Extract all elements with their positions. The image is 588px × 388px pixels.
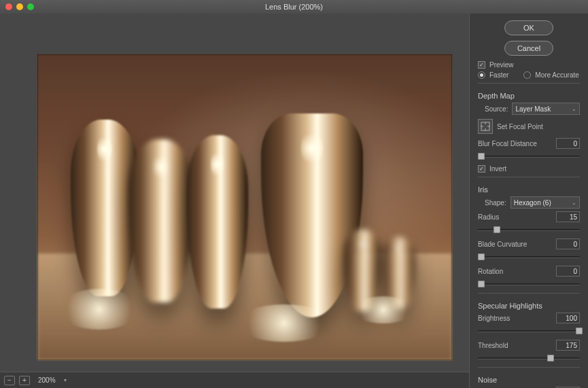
window-controls xyxy=(0,3,34,10)
focal-distance-label: Blur Focal Distance xyxy=(478,140,537,147)
threshold-label: Threshold xyxy=(478,342,508,349)
brightness-slider[interactable] xyxy=(478,326,580,336)
specular-title: Specular Highlights xyxy=(478,298,580,310)
invert-label: Invert xyxy=(489,165,506,173)
radius-slider[interactable] xyxy=(478,225,580,234)
zoom-out-button[interactable]: − xyxy=(4,376,15,385)
more-accurate-label: More Accurate xyxy=(535,71,578,79)
focal-distance-slider[interactable] xyxy=(478,152,580,161)
titlebar: Lens Blur (200%) xyxy=(0,0,588,14)
minimize-window-button[interactable] xyxy=(16,3,23,10)
preview-footer: − + 200% ▾ xyxy=(0,372,469,388)
preview-checkbox[interactable]: ✓ xyxy=(478,61,485,69)
zoom-dropdown-icon[interactable]: ▾ xyxy=(64,377,67,383)
preview-area: − + 200% ▾ xyxy=(0,14,469,388)
zoom-window-button[interactable] xyxy=(27,3,34,10)
shape-label: Shape: xyxy=(485,199,506,207)
blade-curvature-input[interactable] xyxy=(556,239,580,249)
preview-image xyxy=(37,54,452,360)
close-window-button[interactable] xyxy=(5,3,12,10)
crosshair-icon xyxy=(481,122,490,131)
noise-title: Noise xyxy=(478,372,580,384)
invert-checkbox[interactable]: ✓ xyxy=(478,165,485,173)
focal-distance-input[interactable] xyxy=(556,138,580,149)
radius-label: Radius xyxy=(478,213,499,221)
zoom-in-button[interactable]: + xyxy=(19,376,30,385)
threshold-slider[interactable] xyxy=(478,353,580,363)
zoom-level[interactable]: 200% xyxy=(34,376,60,384)
specular-group: Specular Highlights Brightness Threshold xyxy=(478,293,580,363)
radius-input[interactable] xyxy=(556,211,580,222)
brightness-label: Brightness xyxy=(478,315,510,322)
shape-select[interactable]: Hexagon (6) ⌄ xyxy=(511,196,580,209)
depth-map-group: Depth Map Source: Layer Mask ⌄ Set Focal… xyxy=(478,83,580,173)
source-select[interactable]: Layer Mask ⌄ xyxy=(512,103,580,115)
depth-map-title: Depth Map xyxy=(478,88,580,100)
source-label: Source: xyxy=(485,105,508,113)
faster-radio[interactable] xyxy=(478,71,485,79)
threshold-input[interactable] xyxy=(556,340,580,351)
faster-label: Faster xyxy=(489,71,508,79)
cancel-button[interactable]: Cancel xyxy=(504,41,553,56)
source-select-value: Layer Mask xyxy=(515,105,551,113)
blade-curvature-label: Blade Curvature xyxy=(478,241,527,248)
rotation-label: Rotation xyxy=(478,268,503,275)
rotation-input[interactable] xyxy=(556,266,580,277)
iris-title: Iris xyxy=(478,181,580,194)
set-focal-point-label: Set Focal Point xyxy=(497,123,543,130)
brightness-input[interactable] xyxy=(556,313,580,323)
ok-button[interactable]: OK xyxy=(504,20,553,35)
blade-curvature-slider[interactable] xyxy=(478,252,580,262)
preview-checkbox-label: Preview xyxy=(489,61,514,69)
iris-group: Iris Shape: Hexagon (6) ⌄ Radius Blade C… xyxy=(478,177,580,289)
lens-blur-dialog: Lens Blur (200%) − + 200% ▾ OK Cancel xyxy=(0,0,588,388)
shape-select-value: Hexagon (6) xyxy=(514,199,551,207)
window-title: Lens Blur (200%) xyxy=(0,3,588,11)
quality-row: Faster More Accurate xyxy=(478,71,580,79)
rotation-slider[interactable] xyxy=(478,279,580,289)
preview-canvas[interactable] xyxy=(37,54,452,360)
options-panel: OK Cancel ✓ Preview Faster More Accurate… xyxy=(469,14,588,388)
preview-toggle-row: ✓ Preview xyxy=(478,61,580,69)
chevron-down-icon: ⌄ xyxy=(572,200,576,206)
more-accurate-radio[interactable] xyxy=(523,71,531,79)
chevron-down-icon: ⌄ xyxy=(572,106,576,112)
noise-group: Noise Amount Distribution Uniform Gaussi… xyxy=(478,367,580,388)
set-focal-point-button[interactable] xyxy=(478,119,493,134)
